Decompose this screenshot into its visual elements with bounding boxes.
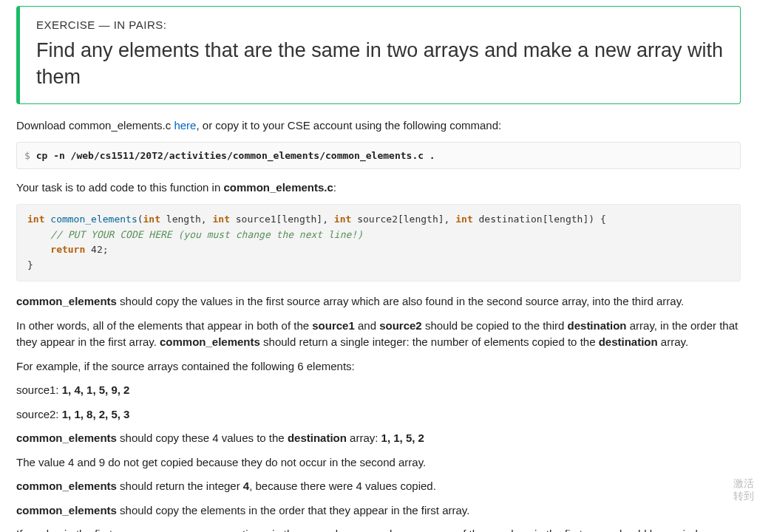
tok-sig-b: length, [160,214,212,225]
command-block: $ cp -n /web/cs1511/20T2/activities/comm… [16,142,741,170]
para-explain: In other words, all of the elements that… [16,318,741,351]
exercise-callout: EXERCISE — IN PAIRS: Find any elements t… [16,6,741,104]
tok-retval: 42; [85,244,108,255]
src1-label: source1: [16,383,62,396]
task-filename: common_elements.c [223,181,333,194]
download-pre: Download common_elements.c [16,119,174,132]
tok-comment: // PUT YOUR CODE HERE (you must change t… [50,229,363,240]
task-post: : [333,181,336,194]
tok-sig-d: source2[length], [351,214,455,225]
example-source2: source2: 1, 1, 8, 2, 5, 3 [16,406,741,423]
para-order: common_elements should copy the elements… [16,502,741,519]
src2-values: 1, 1, 8, 2, 5, 3 [62,408,130,420]
tok-int-4: int [334,214,351,225]
src1-values: 1, 4, 1, 5, 9, 2 [62,383,130,396]
task-line: Your task is to add code to this functio… [16,180,741,197]
para-behavior-text: should copy the values in the first sour… [117,295,684,307]
para-return: common_elements should return the intege… [16,478,741,495]
para-result: common_elements should copy these 4 valu… [16,430,741,447]
exercise-label: EXERCISE — IN PAIRS: [36,17,724,34]
para-behavior: common_elements should copy the values i… [16,293,741,310]
para-occurrence: If a value in the first array occurs one… [16,526,741,532]
task-pre: Your task is to add code to this functio… [16,181,223,194]
para-example-intro: For example, if the source arrays contai… [16,358,741,375]
tok-int-5: int [455,214,472,225]
fn-name-ref-1: common_elements [16,295,117,307]
download-line: Download common_elements.c here, or copy… [16,117,741,134]
exercise-title: Find any elements that are the same in t… [36,37,724,91]
tok-sig-e: destination[length]) { [473,214,606,225]
download-link[interactable]: here [174,119,196,132]
tok-fn-name: common_elements [50,214,137,225]
shell-prompt: $ [24,150,36,161]
tok-sig-c: source1[length], [230,214,334,225]
example-source1: source1: 1, 4, 1, 5, 9, 2 [16,382,741,399]
tok-int-2: int [143,214,160,225]
code-block: int common_elements(int length, int sour… [16,204,741,282]
src2-label: source2: [16,408,62,420]
tok-sig-a: ( [138,214,143,225]
tok-return: return [50,244,85,255]
download-post: , or copy it to your CSE account using t… [196,119,501,132]
tok-close: } [27,259,33,270]
tok-int: int [27,214,44,225]
tok-int-3: int [212,214,229,225]
para-excluded: The value 4 and 9 do not get copied beca… [16,454,741,471]
shell-command: cp -n /web/cs1511/20T2/activities/common… [36,150,435,161]
